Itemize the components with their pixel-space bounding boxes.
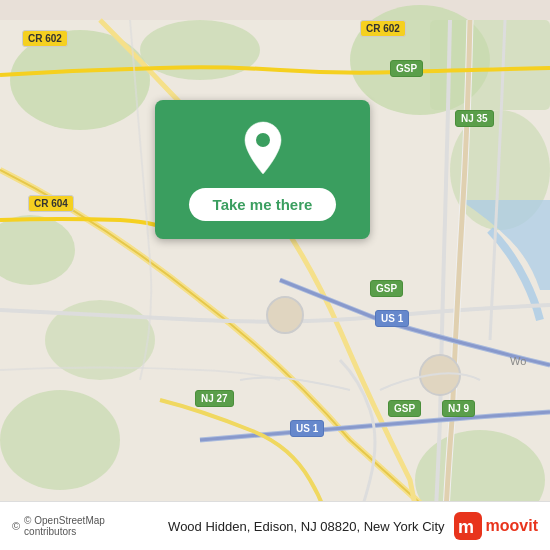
osm-attribution: © OpenStreetMap contributors [24,515,159,537]
copyright-symbol: © [12,520,20,532]
nj27-badge: NJ 27 [195,390,234,407]
moovit-logo: m moovit [454,512,538,540]
cr604-badge: CR 604 [28,195,74,212]
nj35-badge: NJ 35 [455,110,494,127]
moovit-icon: m [454,512,482,540]
gsp-badge-mid: GSP [370,280,403,297]
map-background: Wo [0,0,550,550]
svg-text:Wo: Wo [510,355,526,367]
us1-badge-bottom: US 1 [290,420,324,437]
map-pin-icon [239,120,287,176]
nj9-badge: NJ 9 [442,400,475,417]
moovit-brand-text: moovit [486,517,538,535]
svg-point-8 [0,390,120,490]
bottom-bar: © © OpenStreetMap contributors Wood Hidd… [0,501,550,550]
cr602-badge-top-right: CR 602 [360,20,406,37]
svg-point-13 [256,133,270,147]
take-me-there-button[interactable]: Take me there [189,188,337,221]
gsp-badge-bottom: GSP [388,400,421,417]
action-card: Take me there [155,100,370,239]
location-label: Wood Hidden, Edison, NJ 08820, New York … [159,519,453,534]
cr602-badge-top-left: CR 602 [22,30,68,47]
us1-badge-mid: US 1 [375,310,409,327]
map-container: Wo CR 602 CR 602 CR 604 GSP GSP GSP NJ 3… [0,0,550,550]
svg-point-10 [267,297,303,333]
svg-text:m: m [458,517,474,537]
gsp-badge-top: GSP [390,60,423,77]
svg-point-2 [140,20,260,80]
copyright-area: © © OpenStreetMap contributors [12,515,159,537]
